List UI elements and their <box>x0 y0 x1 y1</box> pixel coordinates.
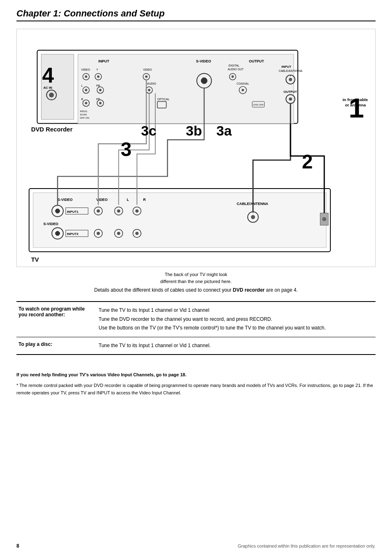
svg-text:VIDEO: VIDEO <box>81 68 90 71</box>
svg-text:OPTICAL: OPTICAL <box>157 98 170 101</box>
details-prefix: Details about the different kinds of cab… <box>94 287 233 293</box>
svg-point-102 <box>322 217 326 221</box>
svg-text:3c: 3c <box>141 123 156 138</box>
svg-point-85 <box>54 230 56 232</box>
footer-notes: If you need help finding your TV's vario… <box>16 371 376 396</box>
svg-text:OUTPUT: OUTPUT <box>249 59 264 63</box>
svg-point-71 <box>59 208 61 210</box>
svg-text:2: 2 <box>302 151 313 173</box>
svg-text:R: R <box>143 198 146 202</box>
footer-caption: Graphics contained within this publicati… <box>238 543 376 548</box>
svg-text:R: R <box>81 98 83 101</box>
page-container: Chapter 1: Connections and Setup AC IN 4… <box>0 0 392 555</box>
svg-text:3a: 3a <box>217 123 232 138</box>
svg-point-33 <box>200 78 202 79</box>
svg-text:VIDEO: VIDEO <box>143 68 152 71</box>
footer-note-2: * The remote control packed with your DV… <box>16 382 376 396</box>
svg-point-96 <box>135 232 138 235</box>
svg-text:S-VIDEO: S-VIDEO <box>58 198 73 202</box>
svg-point-24 <box>85 102 87 104</box>
footer-note-1-text: If you need help finding your TV's vario… <box>16 372 187 377</box>
svg-text:CABLE/ANTENNA: CABLE/ANTENNA <box>279 69 302 72</box>
svg-text:In from cable: In from cable <box>343 97 368 102</box>
svg-point-18 <box>85 89 87 91</box>
svg-text:1: 1 <box>349 92 364 123</box>
svg-point-72 <box>54 212 56 214</box>
chapter-header: Chapter 1: Connections and Setup <box>16 8 376 21</box>
svg-text:OFF ON: OFF ON <box>80 117 89 119</box>
svg-text:SCAN: SCAN <box>80 113 87 116</box>
svg-text:COAXIAL: COAXIAL <box>237 82 249 85</box>
footer-note-1: If you need help finding your TV's vario… <box>16 371 376 379</box>
svg-point-87 <box>54 235 56 236</box>
svg-text:INPUT1: INPUT1 <box>67 210 79 214</box>
svg-point-27 <box>99 102 101 104</box>
svg-point-70 <box>54 208 56 210</box>
svg-text:DIGITAL: DIGITAL <box>228 64 240 67</box>
diagram-note: The back of your TV might look different… <box>16 271 376 285</box>
svg-point-77 <box>97 210 100 213</box>
svg-point-99 <box>251 215 255 219</box>
svg-point-32 <box>201 78 208 84</box>
info-table: To watch one program whileyou record ano… <box>16 301 376 355</box>
svg-rect-6 <box>78 54 294 123</box>
details-suffix: are on page 4. <box>265 287 298 293</box>
diagram-area: AC IN 4 INPUT S-VIDEO OUTPUT VIDEO Y L <box>16 29 376 267</box>
svg-text:S-VIDEO: S-VIDEO <box>43 222 58 226</box>
details-bold: DVD recorder <box>233 287 265 293</box>
svg-rect-63 <box>33 193 326 248</box>
svg-point-34 <box>207 78 208 79</box>
chapter-title: Chapter 1: Connections and Setup <box>16 8 165 18</box>
svg-point-49 <box>242 89 244 91</box>
details-line: Details about the different kinds of cab… <box>16 287 376 293</box>
svg-point-39 <box>145 76 148 78</box>
svg-text:4: 4 <box>42 63 54 87</box>
svg-point-4 <box>49 92 54 97</box>
svg-point-36 <box>207 82 208 84</box>
svg-point-81 <box>135 210 138 213</box>
svg-text:OUTPUT: OUTPUT <box>284 90 297 94</box>
svg-text:AUDIO: AUDIO <box>147 82 157 85</box>
info-label-0: To watch one program whileyou record ano… <box>16 306 99 333</box>
svg-point-15 <box>97 76 99 78</box>
svg-text:TV: TV <box>31 256 39 263</box>
svg-text:L: L <box>81 84 83 87</box>
svg-point-35 <box>200 82 202 84</box>
svg-text:S-VIDEO: S-VIDEO <box>196 59 211 63</box>
svg-point-12 <box>85 76 87 78</box>
svg-point-88 <box>59 235 61 236</box>
svg-point-43 <box>231 76 234 78</box>
svg-point-46 <box>148 89 150 91</box>
diagram-note-line2: different than the one pictured here. <box>160 279 232 284</box>
connection-diagram: AC IN 4 INPUT S-VIDEO OUTPUT VIDEO Y L <box>17 29 375 267</box>
svg-text:INPUT2: INPUT2 <box>67 232 79 236</box>
info-content-0: Tune the TV to its Input 1 channel or Vi… <box>99 306 376 333</box>
svg-point-92 <box>97 232 100 235</box>
svg-point-61 <box>289 97 292 101</box>
svg-point-57 <box>289 78 292 81</box>
page-bottom: 8 Graphics contained within this publica… <box>16 543 376 549</box>
svg-point-73 <box>59 212 61 214</box>
svg-text:AUDIO OUT: AUDIO OUT <box>228 68 244 71</box>
diagram-note-line1: The back of your TV might look <box>165 272 227 277</box>
svg-text:3: 3 <box>121 138 131 160</box>
svg-text:DVD Recorder: DVD Recorder <box>31 126 73 133</box>
svg-point-79 <box>117 210 120 213</box>
svg-text:L: L <box>127 198 129 202</box>
info-row-1: To play a disc: Tune the TV to its Input… <box>16 337 376 355</box>
svg-text:INPUT: INPUT <box>98 59 109 63</box>
svg-text:CH3 CH4: CH3 CH4 <box>253 104 264 106</box>
page-number: 8 <box>16 543 19 549</box>
svg-point-21 <box>99 89 101 91</box>
svg-point-86 <box>59 230 61 232</box>
info-row-0: To watch one program whileyou record ano… <box>16 302 376 337</box>
svg-text:INPUT: INPUT <box>281 65 291 69</box>
svg-text:3b: 3b <box>186 123 202 138</box>
svg-text:or antenna: or antenna <box>345 103 366 107</box>
info-label-1: To play a disc: <box>16 341 99 350</box>
svg-text:Y: Y <box>96 68 98 71</box>
svg-text:PROG.: PROG. <box>80 110 88 113</box>
svg-point-94 <box>117 232 120 235</box>
info-content-1: Tune the TV to its Input 1 channel or Vi… <box>99 341 376 350</box>
